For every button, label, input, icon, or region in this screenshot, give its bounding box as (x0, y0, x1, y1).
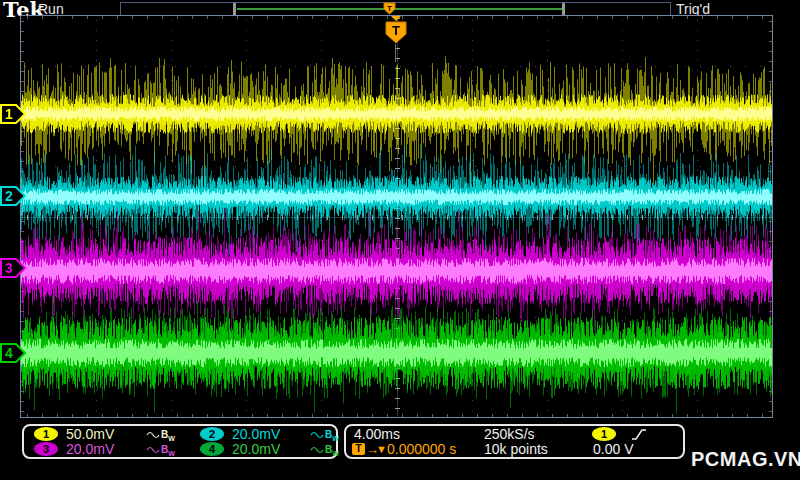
ch1-ground-marker[interactable]: 1 (0, 104, 27, 128)
ch4-badge[interactable]: 4 (200, 442, 224, 456)
channel-readout-row: 3 20.0mV BW 4 20.0mV BW (24, 442, 336, 457)
bandwidth-limit-icon: BW (161, 442, 175, 458)
delay-marker-icon: ▼ (376, 442, 387, 457)
record-window-bracket-left (233, 3, 236, 15)
ch3-ground-marker[interactable]: 3 (0, 258, 27, 282)
svg-text:2: 2 (5, 188, 13, 204)
svg-text:4: 4 (5, 345, 13, 361)
ac-coupling-icon (310, 445, 324, 455)
graticule (20, 15, 773, 418)
trigger-level: 0.00 V (593, 442, 633, 457)
record-window-bracket-right (562, 3, 565, 15)
ch2-ground-marker[interactable]: 2 (0, 186, 27, 210)
record-view-bar[interactable]: T (120, 2, 671, 16)
bandwidth-limit-icon: BW (325, 442, 339, 458)
trigger-delay-t-icon: T (352, 443, 365, 455)
bandwidth-limit-icon: BW (325, 427, 339, 443)
ch4-scale: 20.0mV (232, 442, 280, 457)
ch2-coupling-icons: BW (310, 427, 339, 442)
timebase-scale: 4.00ms (354, 427, 400, 442)
horizontal-readout-row: 4.00ms 250kS/s 1 (346, 427, 683, 442)
trigger-position-stem (395, 44, 396, 62)
svg-text:3: 3 (5, 260, 13, 276)
record-trigger-t: T (387, 4, 392, 13)
ch3-coupling-icons: BW (146, 442, 175, 457)
watermark: PCMAG.VN (691, 448, 800, 471)
trigger-position-flag[interactable]: T (383, 15, 409, 45)
trigger-flag-t: T (392, 23, 400, 38)
channel-readout-box: 1 50.0mV BW 2 20.0mV BW 3 20.0mV BW (22, 424, 338, 459)
ch3-badge[interactable]: 3 (34, 442, 58, 456)
ch1-coupling-icons: BW (146, 427, 175, 442)
waveform-canvas (21, 16, 772, 417)
trigger-delay-value: 0.000000 s (387, 442, 456, 457)
record-trigger-position-icon[interactable]: T (383, 2, 397, 15)
trigger-readout-row: T → ▼ 0.000000 s 10k points 0.00 V (346, 442, 683, 457)
horizontal-trigger-readout-box: 4.00ms 250kS/s 1 T → ▼ 0.000000 s 10k po… (344, 424, 685, 459)
record-length: 10k points (484, 442, 548, 457)
ch2-scale: 20.0mV (232, 427, 280, 442)
ch2-badge[interactable]: 2 (200, 427, 224, 441)
trigger-source-badge[interactable]: 1 (592, 427, 616, 441)
ch4-ground-marker[interactable]: 4 (0, 343, 27, 367)
ch1-badge[interactable]: 1 (34, 427, 58, 441)
ac-coupling-icon (146, 445, 160, 455)
record-waveform-line (237, 8, 562, 10)
svg-text:1: 1 (5, 106, 13, 122)
sample-rate: 250kS/s (484, 427, 535, 442)
ac-coupling-icon (146, 430, 160, 440)
rising-edge-icon (630, 428, 648, 441)
ch1-scale: 50.0mV (66, 427, 114, 442)
oscilloscope-screen: Tek Run Trig'd T T 1234 1 50.0mV BW (0, 0, 800, 480)
ch3-scale: 20.0mV (66, 442, 114, 457)
channel-readout-row: 1 50.0mV BW 2 20.0mV BW (24, 427, 336, 442)
ch4-coupling-icons: BW (310, 442, 339, 457)
bandwidth-limit-icon: BW (161, 427, 175, 443)
ac-coupling-icon (310, 430, 324, 440)
